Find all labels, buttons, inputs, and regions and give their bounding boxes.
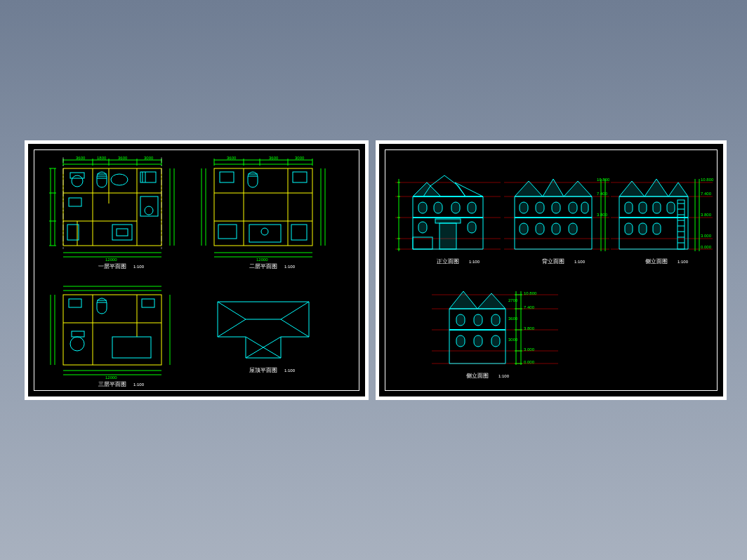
floor-plan-2[interactable]: 3600 3600 3000 12000 二层平面图 1:100	[193, 154, 333, 274]
plan-title: 二层平面图	[249, 263, 277, 269]
svg-rect-147	[653, 223, 661, 234]
elevation-side-2[interactable]: 10.800 7.400 3.800 3.000 0.000 2700 3600…	[421, 281, 562, 393]
dim-text: 3600	[76, 156, 86, 160]
svg-rect-168	[456, 335, 465, 347]
plan-scale: 1:100	[284, 265, 296, 269]
svg-rect-109	[434, 202, 442, 213]
dim-text: 1800	[97, 156, 107, 160]
svg-point-38	[145, 206, 153, 215]
svg-rect-36	[112, 225, 132, 240]
svg-rect-132	[569, 223, 577, 234]
svg-rect-115	[435, 219, 461, 223]
dim-text: 3000	[295, 156, 305, 160]
svg-rect-108	[418, 202, 427, 213]
level-text: 0.000	[701, 245, 712, 249]
svg-rect-145	[625, 223, 633, 234]
plan-title: 一层平面图	[98, 263, 126, 269]
svg-rect-167	[491, 314, 500, 326]
plan-scale: 1:100	[133, 265, 145, 269]
svg-rect-127	[569, 202, 577, 213]
level-text: 0.000	[524, 360, 535, 364]
svg-rect-128	[581, 202, 588, 213]
sheet-floor-plans[interactable]: 3600 1800 3600 3000 12000 一层平面图 1:100 36…	[25, 140, 369, 400]
level-text: 10.800	[701, 178, 714, 182]
svg-rect-129	[520, 223, 528, 234]
svg-rect-126	[552, 202, 560, 213]
elev-scale: 1:100	[469, 260, 480, 264]
svg-line-89	[281, 302, 309, 319]
dim-text: 12000	[105, 258, 117, 262]
svg-rect-144	[667, 202, 675, 213]
elevation-front[interactable]: 正立面图 1:100	[392, 161, 504, 274]
level-text: 7.400	[701, 192, 712, 196]
svg-rect-83	[69, 299, 81, 307]
level-text: 7.400	[597, 192, 608, 196]
roof-plan[interactable]: 屋顶平面图 1:100	[204, 288, 330, 386]
svg-line-88	[218, 302, 246, 319]
sheet-elevations[interactable]: 正立面图 1:100 10.800 7.400 3.800 背立面图 1:100…	[376, 140, 727, 400]
elev-title: 侧立面图	[645, 258, 668, 265]
svg-rect-67	[249, 225, 281, 242]
elevation-side-1[interactable]: 10.800 7.400 3.800 3.000 0.000 侧立面图 1:10…	[611, 161, 716, 274]
plan-scale: 1:100	[133, 382, 145, 387]
svg-point-26	[111, 174, 128, 185]
elevation-rear[interactable]: 10.800 7.400 3.800 背立面图 1:100	[504, 161, 609, 274]
svg-line-94	[263, 337, 281, 347]
svg-rect-55	[214, 168, 312, 246]
svg-point-85	[70, 337, 84, 351]
svg-rect-169	[474, 335, 482, 347]
svg-line-96	[263, 347, 281, 358]
plan-title: 三层平面图	[98, 381, 126, 387]
level-text: 3.800	[597, 213, 608, 217]
level-text: 3.000	[701, 234, 712, 238]
svg-rect-113	[468, 222, 476, 233]
elev-title: 正立面图	[437, 258, 459, 265]
svg-rect-148	[677, 200, 685, 249]
floor-plan-3[interactable]: 12000 三层平面图 1:100	[42, 281, 183, 393]
svg-line-91	[281, 319, 309, 337]
svg-rect-34	[69, 198, 81, 206]
svg-rect-146	[639, 223, 647, 234]
svg-point-68	[261, 228, 268, 235]
cad-sheets: 3600 1800 3600 3000 12000 一层平面图 1:100 36…	[25, 140, 727, 400]
dim-text: 3000	[144, 156, 154, 160]
level-text: 7.400	[524, 305, 535, 309]
floor-plan-1[interactable]: 3600 1800 3600 3000 12000 一层平面图 1:100	[42, 154, 183, 274]
svg-rect-114	[439, 223, 456, 249]
elev-scale: 1:100	[498, 374, 510, 378]
svg-rect-143	[653, 202, 661, 213]
svg-rect-87	[112, 337, 151, 358]
dim-text: 3600	[269, 156, 279, 160]
svg-rect-131	[552, 223, 560, 234]
level-text: 10.800	[524, 291, 537, 295]
svg-rect-110	[451, 202, 460, 213]
svg-rect-112	[418, 222, 427, 233]
elev-title: 背立面图	[542, 258, 564, 265]
svg-rect-84	[142, 299, 154, 307]
elev-scale: 1:100	[574, 260, 586, 264]
dim-text: 12000	[256, 258, 268, 262]
svg-rect-66	[291, 225, 307, 240]
height-text: 3000	[508, 338, 518, 342]
svg-rect-166	[474, 314, 482, 326]
svg-rect-170	[491, 335, 500, 347]
plan-title: 屋顶平面图	[249, 367, 277, 373]
dim-text: 3600	[118, 156, 128, 160]
plan-scale: 1:100	[284, 368, 296, 373]
svg-line-90	[218, 319, 246, 337]
dim-text: 12000	[105, 375, 117, 380]
svg-line-93	[246, 337, 263, 347]
svg-line-95	[246, 347, 263, 358]
svg-rect-125	[536, 202, 544, 213]
level-text: 10.800	[597, 178, 609, 182]
svg-rect-65	[218, 225, 237, 239]
elev-title: 侧立面图	[466, 373, 489, 379]
svg-point-24	[72, 175, 83, 187]
level-text: 3.000	[524, 347, 535, 352]
svg-rect-63	[220, 172, 234, 182]
height-text: 2700	[508, 298, 518, 302]
svg-rect-142	[639, 202, 647, 213]
svg-rect-86	[72, 331, 84, 337]
svg-rect-111	[468, 202, 476, 213]
level-text: 3.800	[524, 326, 535, 331]
